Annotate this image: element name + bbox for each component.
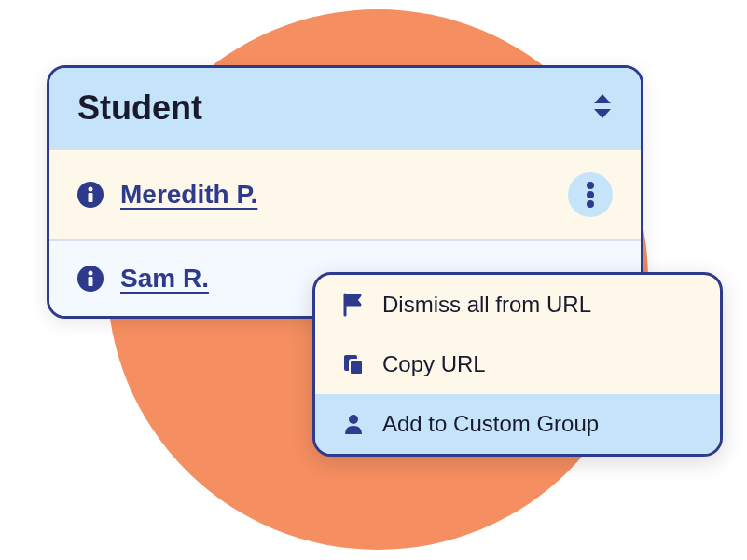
student-name-link[interactable]: Sam R. <box>120 264 209 294</box>
menu-item-label: Add to Custom Group <box>382 411 599 437</box>
column-header-student[interactable]: Student <box>77 89 202 128</box>
sort-icon[interactable] <box>592 92 613 124</box>
kebab-icon <box>586 181 595 209</box>
svg-point-3 <box>587 182 594 189</box>
panel-header: Student <box>49 68 641 148</box>
info-icon[interactable] <box>77 182 104 208</box>
menu-item-label: Copy URL <box>382 351 486 377</box>
info-icon[interactable] <box>77 266 104 292</box>
menu-item-dismiss-url[interactable]: Dismiss all from URL <box>315 275 720 335</box>
menu-item-copy-url[interactable]: Copy URL <box>315 335 720 394</box>
context-menu: Dismiss all from URL Copy URL Add to Cus… <box>312 272 723 457</box>
svg-rect-8 <box>89 277 93 286</box>
copy-icon <box>341 352 366 376</box>
svg-point-1 <box>89 187 93 192</box>
student-row[interactable]: Meredith P. <box>49 148 641 239</box>
flag-icon <box>341 293 366 317</box>
menu-item-add-custom-group[interactable]: Add to Custom Group <box>315 394 720 454</box>
svg-point-11 <box>349 415 358 424</box>
svg-point-4 <box>587 191 594 198</box>
svg-point-5 <box>587 200 594 208</box>
svg-point-7 <box>89 271 93 276</box>
svg-rect-2 <box>89 193 93 202</box>
menu-item-label: Dismiss all from URL <box>382 292 591 318</box>
person-icon <box>341 412 366 436</box>
row-actions-button[interactable] <box>568 172 613 217</box>
student-name-link[interactable]: Meredith P. <box>120 180 257 210</box>
svg-rect-10 <box>350 360 363 375</box>
